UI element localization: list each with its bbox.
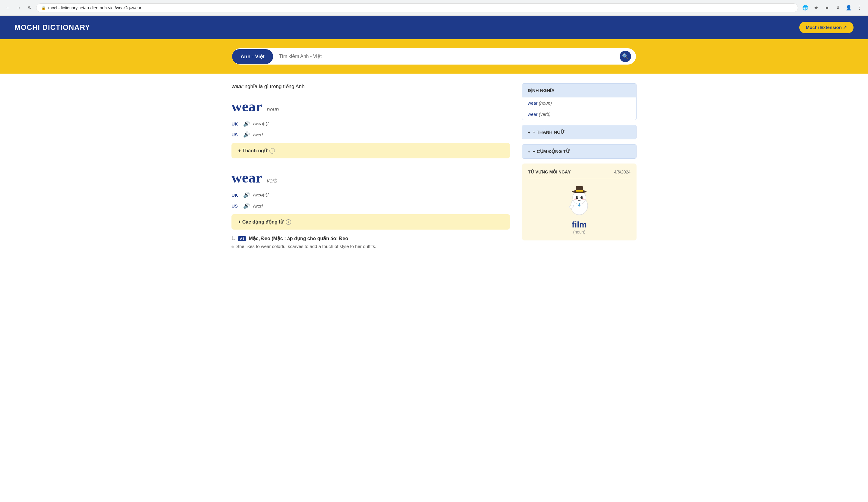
word-pos-verb: verb <box>267 178 277 184</box>
us-ipa-verb: /wer/ <box>253 203 263 209</box>
translate-icon[interactable]: 🌐 <box>800 3 810 13</box>
sidebar-wear-noun-pos: (noun) <box>539 100 552 106</box>
pronunciation-us-noun: US 🔊 /wer/ <box>231 130 510 139</box>
word-entry-noun: wear noun UK 🔊 /weə(r)/ US 🔊 /wer/ + Thà… <box>231 98 510 158</box>
svg-rect-4 <box>576 190 583 192</box>
search-input[interactable] <box>273 50 615 63</box>
menu-icon[interactable]: ⋮ <box>855 3 865 13</box>
forward-button[interactable]: → <box>14 3 23 12</box>
us-label-noun: US <box>231 132 240 137</box>
download-icon[interactable]: ⇓ <box>833 3 843 13</box>
profile-icon[interactable]: 👤 <box>844 3 854 13</box>
thanh-ngu-box-noun[interactable]: + Thành ngữ i <box>231 143 510 158</box>
page-title: wear nghĩa là gì trong tiếng Anh <box>231 83 510 90</box>
uk-audio-button-noun[interactable]: 🔊 <box>242 119 251 128</box>
pronunciation-uk-verb: UK 🔊 /weə(r)/ <box>231 191 510 199</box>
example-text-1: She likes to wear colorful scarves to ad… <box>236 244 376 249</box>
uk-label-noun: UK <box>231 121 240 127</box>
sidebar-wear-verb-pos: (verb) <box>539 112 551 117</box>
cac-dang-label: + Các dạng động từ <box>238 219 283 225</box>
search-row: Anh - Việt 🔍 <box>232 48 636 64</box>
word-title-verb: wear <box>231 169 262 186</box>
daily-vocab-header: TỪ VỰNG MỖI NGÀY 4/6/2024 <box>528 170 630 174</box>
search-button[interactable]: 🔍 <box>615 48 636 64</box>
back-button[interactable]: ← <box>3 3 12 12</box>
us-ipa-noun: /wer/ <box>253 132 263 137</box>
content-right: ĐỊNH NGHĨA wear (noun) wear (verb) + + T… <box>522 83 637 260</box>
mascot-svg <box>564 183 595 216</box>
secure-icon: 🔒 <box>41 6 46 10</box>
language-selector[interactable]: Anh - Việt <box>232 49 273 64</box>
cum-dong-tu-section: + + CỤM ĐỘNG TỪ <box>522 144 637 159</box>
svg-point-7 <box>577 197 578 198</box>
uk-label-verb: UK <box>231 192 240 198</box>
level-badge-a1: A1 <box>238 236 246 241</box>
content-left: wear nghĩa là gì trong tiếng Anh wear no… <box>231 83 510 260</box>
meaning-number-1: 1. A1 Mặc, Đeo (Mặc : áp dụng cho quần á… <box>231 235 510 241</box>
search-icon: 🔍 <box>620 51 631 62</box>
svg-point-9 <box>574 199 577 200</box>
word-header-noun: wear noun <box>231 98 510 114</box>
search-section: Anh - Việt 🔍 <box>0 39 868 74</box>
us-audio-button-noun[interactable]: 🔊 <box>242 130 251 139</box>
daily-vocab-image <box>528 183 630 216</box>
uk-audio-button-verb[interactable]: 🔊 <box>242 191 251 199</box>
us-audio-button-verb[interactable]: 🔊 <box>242 201 251 210</box>
thanh-ngu-section: + + THÀNH NGỮ <box>522 125 637 139</box>
word-header-verb: wear verb <box>231 169 510 186</box>
word-entry-verb: wear verb UK 🔊 /weə(r)/ US 🔊 /wer/ + Các… <box>231 169 510 249</box>
meaning-1: 1. A1 Mặc, Đeo (Mặc : áp dụng cho quần á… <box>231 235 510 249</box>
refresh-button[interactable]: ↻ <box>25 3 34 12</box>
daily-vocab-card: TỪ VỰNG MỖI NGÀY 4/6/2024 <box>522 163 637 240</box>
meaning-text-1: Mặc, Đeo (Mặc : áp dụng cho quần áo; Đeo <box>249 235 348 241</box>
pronunciation-uk-noun: UK 🔊 /weə(r)/ <box>231 119 510 128</box>
info-icon-noun: i <box>269 148 275 153</box>
daily-vocab-word: film <box>528 220 630 230</box>
thanh-ngu-label: + THÀNH NGỮ <box>533 129 565 135</box>
main-container: wear nghĩa là gì trong tiếng Anh wear no… <box>217 74 651 269</box>
daily-vocab-date: 4/6/2024 <box>614 170 631 174</box>
sidebar-wear-verb-word: wear <box>528 112 539 117</box>
cum-dong-tu-plus-icon: + <box>528 149 530 154</box>
dinh-nghia-header[interactable]: ĐỊNH NGHĨA <box>522 83 636 98</box>
meaning-index-1: 1. <box>231 236 235 241</box>
cac-dang-dong-tu-box[interactable]: + Các dạng động từ i <box>231 214 510 230</box>
browser-chrome: ← → ↻ 🔒 mochidictionary.net/tu-dien-anh-… <box>0 0 868 16</box>
word-pos-noun: noun <box>267 107 279 113</box>
word-title-noun: wear <box>231 98 262 114</box>
thanh-ngu-plus-icon: + <box>528 130 530 135</box>
us-label-verb: US <box>231 203 240 209</box>
sidebar-link-wear-verb[interactable]: wear (verb) <box>522 109 636 120</box>
dinh-nghia-label: ĐỊNH NGHĨA <box>528 88 555 93</box>
example-item-1: She likes to wear colorful scarves to ad… <box>231 244 510 249</box>
cum-dong-tu-header[interactable]: + + CỤM ĐỘNG TỪ <box>522 144 636 158</box>
sidebar-wear-noun-word: wear <box>528 100 539 106</box>
uk-ipa-noun: /weə(r)/ <box>253 121 269 127</box>
dinh-nghia-section: ĐỊNH NGHĨA wear (noun) wear (verb) <box>522 83 637 120</box>
uk-ipa-verb: /weə(r)/ <box>253 192 269 198</box>
mochi-extension-button[interactable]: Mochi Extension ↗ <box>799 22 854 33</box>
address-bar[interactable]: 🔒 mochidictionary.net/tu-dien-anh-viet/w… <box>36 3 798 12</box>
daily-vocab-divider <box>528 178 630 178</box>
site-logo: MOCHI DICTIONARY <box>14 23 90 32</box>
sidebar-link-wear-noun[interactable]: wear (noun) <box>522 98 636 109</box>
browser-actions: 🌐 ★ ■ ⇓ 👤 ⋮ <box>800 3 865 13</box>
bookmark-icon[interactable]: ★ <box>812 3 821 13</box>
pronunciation-us-verb: US 🔊 /wer/ <box>231 201 510 210</box>
svg-point-10 <box>582 199 585 200</box>
daily-vocab-title: TỪ VỰNG MỖI NGÀY <box>528 170 571 174</box>
url-text: mochidictionary.net/tu-dien-anh-viet/wea… <box>48 6 793 10</box>
extension-icon[interactable]: ■ <box>822 3 832 13</box>
info-icon-verb: i <box>286 219 291 225</box>
thanh-ngu-header[interactable]: + + THÀNH NGỮ <box>522 125 636 139</box>
thanh-ngu-label-noun: + Thành ngữ <box>238 148 267 153</box>
example-bullet-1 <box>231 245 234 248</box>
site-header: MOCHI DICTIONARY Mochi Extension ↗ <box>0 16 868 39</box>
daily-vocab-pos: (noun) <box>528 230 630 234</box>
cum-dong-tu-label: + CỤM ĐỘNG TỪ <box>533 149 570 154</box>
example-list-1: She likes to wear colorful scarves to ad… <box>231 244 510 249</box>
svg-point-8 <box>582 197 583 198</box>
